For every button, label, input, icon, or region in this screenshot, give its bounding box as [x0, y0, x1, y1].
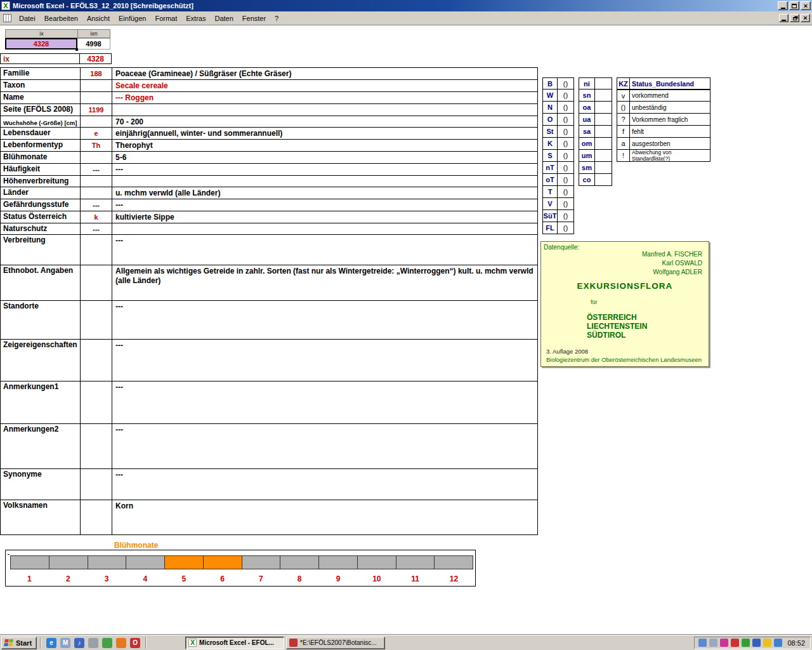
bundesland-status-cell[interactable]: (): [558, 174, 574, 186]
field-value-cell[interactable]: u. mchm verwld (alle Länder): [112, 187, 537, 199]
tray-update-icon[interactable]: [742, 639, 750, 647]
tray-antivirus-icon[interactable]: [731, 639, 739, 647]
field-code-cell[interactable]: 188: [81, 68, 112, 79]
field-value-cell[interactable]: ---: [112, 235, 537, 265]
restore-button[interactable]: [789, 1, 799, 10]
taskbar-task-doc[interactable]: *E:\EFÖLS2007\Botanisc...: [286, 637, 385, 649]
chart-bar-month-12[interactable]: [434, 555, 473, 569]
chart-bar-month-4[interactable]: [126, 555, 165, 569]
bundesland-status-cell[interactable]: (): [558, 162, 574, 174]
tray-search-icon[interactable]: [709, 639, 717, 647]
field-code-cell[interactable]: [81, 152, 112, 163]
bundesland-status-cell[interactable]: (): [558, 138, 574, 150]
field-value-cell[interactable]: [112, 104, 537, 116]
chart-bar-month-11[interactable]: [396, 555, 435, 569]
opera-icon[interactable]: O: [130, 638, 140, 648]
tray-display-icon[interactable]: [698, 639, 707, 647]
field-code-cell[interactable]: Th: [81, 140, 112, 151]
field-value-cell[interactable]: ---: [112, 381, 537, 423]
field-code-cell[interactable]: [81, 424, 112, 468]
menu-item-extras[interactable]: Extras: [181, 13, 210, 24]
field-value-cell[interactable]: ---: [112, 424, 537, 468]
field-value-cell[interactable]: Korn: [112, 500, 537, 534]
field-code-cell[interactable]: 1199: [81, 104, 112, 116]
flowering-months-chart[interactable]: 123456789101112: [5, 550, 476, 587]
zone-status-cell[interactable]: [595, 126, 612, 138]
menu-item-bearbeiten[interactable]: Bearbeiten: [40, 13, 82, 24]
taskbar-task-excel[interactable]: XMicrosoft Excel - EFÖL...: [185, 637, 284, 649]
field-code-cell[interactable]: ---: [81, 199, 112, 211]
chart-bar-month-6[interactable]: [203, 555, 242, 569]
ix-selected-cell[interactable]: 4328: [5, 38, 77, 50]
messenger-icon[interactable]: [102, 638, 112, 648]
chart-bar-month-10[interactable]: [357, 555, 396, 569]
field-code-cell[interactable]: [81, 235, 112, 265]
zone-status-cell[interactable]: [595, 90, 612, 102]
zone-status-cell[interactable]: [595, 174, 612, 186]
menu-item-help[interactable]: ?: [270, 13, 283, 24]
workbook-restore-button[interactable]: [790, 14, 799, 22]
bundesland-status-cell[interactable]: (): [558, 102, 574, 114]
field-code-cell[interactable]: e: [81, 128, 112, 139]
start-button[interactable]: Start: [1, 637, 37, 649]
field-value-cell[interactable]: ---: [112, 469, 537, 500]
chart-bar-month-5[interactable]: [164, 555, 204, 569]
field-code-cell[interactable]: [81, 92, 112, 103]
tray-safely-remove-icon[interactable]: [774, 639, 782, 647]
ixn-column-header[interactable]: ixn: [77, 29, 110, 38]
field-value-cell[interactable]: [112, 223, 537, 234]
field-value-cell[interactable]: ---: [112, 199, 537, 211]
bundesland-status-cell[interactable]: (): [558, 114, 574, 126]
menu-item-einfgen[interactable]: Einfügen: [114, 13, 150, 24]
close-button[interactable]: ×: [801, 1, 811, 10]
field-value-cell[interactable]: einjährig(annuell, winter- und sommerann…: [112, 128, 537, 139]
zone-status-cell[interactable]: [595, 102, 612, 114]
bundesland-status-cell[interactable]: (): [558, 222, 574, 234]
field-code-cell[interactable]: [81, 176, 112, 187]
field-code-cell[interactable]: [81, 116, 112, 127]
mail-icon[interactable]: M: [60, 638, 70, 648]
field-value-cell[interactable]: kultivierte Sippe: [112, 211, 537, 223]
field-code-cell[interactable]: ---: [81, 164, 112, 175]
field-code-cell[interactable]: [81, 301, 112, 339]
fill-handle[interactable]: [75, 48, 78, 51]
field-value-cell[interactable]: 70 - 200: [112, 116, 537, 127]
bundesland-status-cell[interactable]: (): [558, 77, 574, 90]
field-value-cell[interactable]: ---: [112, 340, 537, 381]
ix-column-header[interactable]: ix: [5, 29, 77, 38]
field-value-cell[interactable]: Allgemein als wichtiges Getreide in zahl…: [112, 265, 537, 300]
zone-status-cell[interactable]: [595, 138, 612, 150]
taskbar-clock[interactable]: 08:52: [787, 639, 805, 647]
field-code-cell[interactable]: [81, 469, 112, 500]
chart-bar-month-1[interactable]: [10, 555, 49, 569]
zone-status-cell[interactable]: [595, 162, 612, 174]
menu-item-fenster[interactable]: Fenster: [238, 13, 270, 24]
field-value-cell[interactable]: Secale cereale: [112, 80, 537, 91]
bundesland-status-cell[interactable]: (): [558, 150, 574, 162]
media-player-icon[interactable]: ♪: [74, 638, 84, 648]
show-desktop-icon[interactable]: [88, 638, 98, 648]
workbook-close-button[interactable]: ×: [801, 14, 810, 22]
field-code-cell[interactable]: [81, 381, 112, 423]
zone-status-cell[interactable]: [595, 150, 612, 162]
tray-messenger-icon[interactable]: [720, 639, 728, 647]
bundesland-status-cell[interactable]: (): [558, 126, 574, 138]
field-code-cell[interactable]: k: [81, 211, 112, 223]
field-value-cell[interactable]: --- Roggen: [112, 92, 537, 103]
bundesland-status-cell[interactable]: (): [558, 210, 574, 222]
workbook-minimize-button[interactable]: [779, 14, 789, 22]
field-code-cell[interactable]: [81, 340, 112, 381]
bundesland-status-cell[interactable]: (): [558, 186, 574, 198]
field-code-cell[interactable]: [81, 500, 112, 534]
tray-network-icon[interactable]: [752, 639, 761, 647]
field-value-cell[interactable]: Poaceae (Gramineae) / Süßgräser (Echte G…: [112, 68, 537, 79]
zone-status-cell[interactable]: [595, 114, 612, 126]
field-value-cell[interactable]: Therophyt: [112, 140, 537, 151]
chart-bar-month-8[interactable]: [280, 555, 319, 569]
ixn-value-cell[interactable]: 4998: [77, 38, 110, 50]
field-code-cell[interactable]: ---: [81, 223, 112, 234]
chart-bar-month-9[interactable]: [318, 555, 358, 569]
firefox-icon[interactable]: [116, 638, 126, 648]
bundesland-status-cell[interactable]: (): [558, 198, 574, 210]
field-value-cell[interactable]: [112, 176, 537, 187]
